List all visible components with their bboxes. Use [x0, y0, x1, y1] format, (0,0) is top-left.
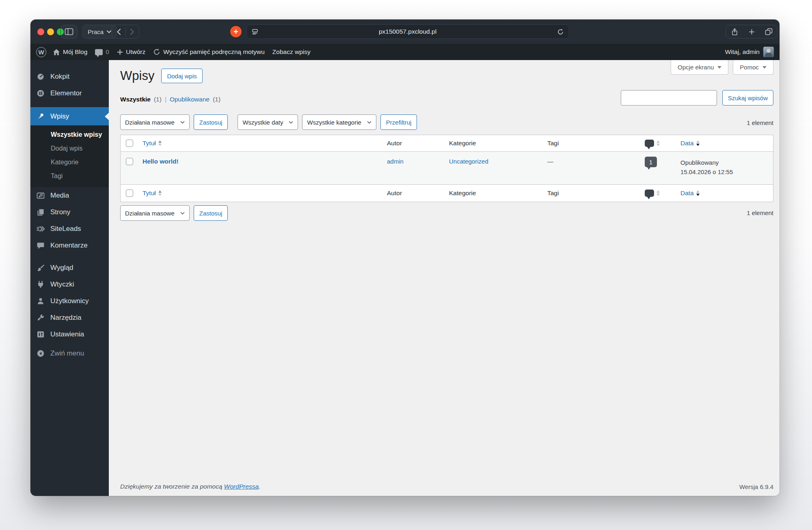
table-header-row: Tytuł Autor Kategorie Tagi Data — [121, 135, 773, 152]
sidebar-item-komentarze[interactable]: Komentarze — [30, 237, 109, 254]
sort-by-date-header[interactable]: Data — [680, 190, 700, 197]
pages-icon — [36, 208, 45, 216]
forward-button[interactable] — [126, 25, 139, 38]
sort-arrows-icon — [696, 140, 700, 146]
post-tags-value: — — [547, 158, 553, 165]
screen-options-button[interactable]: Opcje ekranu — [671, 60, 728, 75]
view-all-count: (1) — [154, 96, 162, 103]
sidebar-item-kokpit[interactable]: Kokpit — [30, 68, 109, 85]
search-posts-input[interactable] — [621, 90, 717, 106]
post-views-filter: Wszystkie (1) | Opublikowane (1) — [120, 96, 220, 103]
sidebar-item-elementor[interactable]: Elementor — [30, 85, 109, 101]
collapse-icon — [36, 349, 45, 358]
dates-filter-select[interactable]: Wszystkie daty — [238, 114, 298, 130]
bulk-actions-select-bottom[interactable]: Działania masowe — [120, 205, 190, 221]
comments-icon — [36, 241, 45, 250]
sidebar-item-wpisy[interactable]: Wpisy — [30, 107, 109, 125]
admin-bar-clear-cache[interactable]: Wyczyść pamięć podręczną motywu — [153, 48, 265, 56]
sidebar-item-wyglad[interactable]: Wygląd — [30, 259, 109, 276]
comment-count-badge[interactable]: 1 — [645, 157, 657, 167]
wordpress-link[interactable]: WordPressa — [224, 483, 259, 490]
sort-by-comments-header[interactable] — [645, 190, 680, 197]
help-button[interactable]: Pomoc — [733, 60, 773, 75]
appearance-icon — [36, 264, 45, 272]
bulk-actions-select[interactable]: Działania masowe — [120, 114, 190, 130]
apply-bulk-action-button[interactable]: Zastosuj — [194, 114, 228, 130]
sidebar-item-strony[interactable]: Strony — [30, 204, 109, 220]
admin-bar-new-content[interactable]: Utwórz — [117, 48, 145, 56]
tags-header: Tagi — [547, 190, 559, 196]
reader-icon[interactable] — [252, 28, 258, 35]
menu-separator — [30, 101, 109, 107]
reload-icon[interactable] — [557, 28, 564, 35]
sort-by-title-header[interactable]: Tytuł — [143, 190, 162, 197]
filter-button[interactable]: Przefiltruj — [380, 114, 417, 130]
sidebar-item-narzedzia[interactable]: Narzędzia — [30, 309, 109, 326]
sort-by-comments-header[interactable] — [645, 140, 680, 147]
categories-filter-select[interactable]: Wszystkie kategorie — [302, 114, 376, 130]
wpisy-submenu: Wszystkie wpisy Dodaj wpis Kategorie Tag… — [30, 125, 109, 187]
share-button[interactable] — [726, 25, 743, 38]
tablenav-bottom: Działania masowe Zastosuj — [120, 205, 228, 221]
views-divider: | — [165, 96, 166, 103]
posts-table: Tytuł Autor Kategorie Tagi Data — [120, 135, 773, 202]
back-button[interactable] — [112, 25, 125, 38]
admin-footer: Dziękujemy za tworzenie za pomocą WordPr… — [120, 483, 773, 490]
search-posts-button[interactable]: Szukaj wpisów — [722, 90, 773, 106]
post-title-link[interactable]: Hello world! — [143, 158, 179, 165]
author-header: Autor — [387, 140, 402, 147]
add-new-post-button[interactable]: Dodaj wpis — [161, 69, 202, 83]
view-published-count: (1) — [213, 96, 220, 103]
sort-by-date-header[interactable]: Data — [680, 140, 700, 147]
wordpress-logo-icon[interactable]: W — [36, 47, 46, 57]
tab-overview-button[interactable] — [760, 25, 777, 38]
admin-bar-view-posts[interactable]: Zobacz wpisy — [272, 48, 311, 56]
pushpin-icon — [36, 112, 45, 121]
submenu-item-tagi[interactable]: Tagi — [30, 169, 109, 183]
browser-sidebar-toggle-button[interactable] — [60, 25, 78, 39]
select-all-checkbox[interactable] — [126, 190, 133, 197]
sidebar-item-wtyczki[interactable]: Wtyczki — [30, 276, 109, 293]
page-header: Wpisy Dodaj wpis — [120, 68, 203, 84]
plus-icon: + — [233, 28, 238, 36]
home-icon — [53, 49, 60, 56]
apply-bulk-action-button-bottom[interactable]: Zastosuj — [194, 205, 228, 221]
sidebar-item-siteleads[interactable]: SiteLeads — [30, 220, 109, 237]
comment-bubble-icon — [645, 140, 654, 147]
post-date-cell: Opublikowany 15.04.2026 o 12:55 — [680, 158, 773, 177]
submenu-item-dodaj-wpis[interactable]: Dodaj wpis — [30, 142, 109, 155]
sort-arrows-icon — [657, 140, 660, 146]
submenu-item-wszystkie-wpisy[interactable]: Wszystkie wpisy — [30, 128, 109, 142]
select-post-checkbox[interactable] — [126, 158, 133, 165]
post-category-link[interactable]: Uncategorized — [449, 158, 488, 165]
sort-by-title-header[interactable]: Tytuł — [143, 140, 162, 147]
categories-header: Kategorie — [449, 190, 476, 196]
address-bar[interactable]: px150057.pxcloud.pl — [246, 24, 569, 39]
minimize-window-button[interactable] — [47, 28, 54, 35]
item-count-bottom: 1 element — [747, 209, 773, 216]
post-author-link[interactable]: admin — [387, 158, 404, 165]
extension-button[interactable]: + — [230, 26, 242, 37]
admin-bar-account[interactable]: Witaj, admin — [725, 47, 774, 57]
view-published-link[interactable]: Opublikowane — [170, 96, 209, 103]
chevron-down-icon — [180, 121, 185, 124]
elementor-icon — [36, 89, 45, 97]
wp-admin-menu: Kokpit Elementor Wpisy Wszystkie wpis — [30, 60, 109, 496]
sidebar-item-collapse-menu[interactable]: Zwiń menu — [30, 345, 109, 362]
submenu-item-kategorie[interactable]: Kategorie — [30, 155, 109, 169]
admin-bar-comments[interactable]: 0 — [95, 48, 109, 56]
chevron-down-icon — [367, 121, 371, 124]
sidebar-item-ustawienia[interactable]: Ustawienia — [30, 326, 109, 343]
refresh-icon — [153, 48, 160, 56]
post-date: 15.04.2026 o 12:55 — [680, 167, 773, 177]
admin-bar-site-name[interactable]: Mój Blog — [53, 48, 87, 56]
close-window-button[interactable] — [37, 28, 44, 35]
sidebar-item-uzytkownicy[interactable]: Użytkownicy — [30, 293, 109, 309]
new-tab-button[interactable] — [743, 25, 760, 38]
view-all-link[interactable]: Wszystkie — [120, 96, 151, 103]
select-all-checkbox[interactable] — [126, 140, 133, 147]
item-count-top: 1 element — [747, 119, 773, 126]
dashboard-icon — [36, 73, 45, 81]
search-box: Szukaj wpisów — [621, 90, 773, 106]
sidebar-item-media[interactable]: Media — [30, 187, 109, 204]
